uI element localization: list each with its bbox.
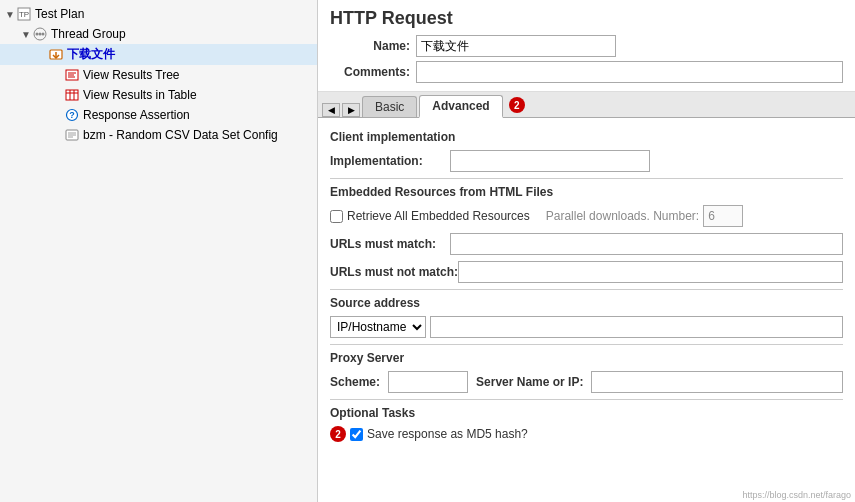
expand-arrow-threadgroup[interactable]: ▼ [20, 28, 32, 40]
save-md5-checkbox[interactable] [350, 428, 363, 441]
comments-label: Comments: [330, 65, 410, 79]
testplan-label: Test Plan [35, 7, 84, 21]
name-label: Name: [330, 39, 410, 53]
parallel-downloads-input[interactable] [703, 205, 743, 227]
urls-match-label: URLs must match: [330, 237, 450, 251]
optional-badge: 2 [330, 426, 346, 442]
watermark: https://blog.csdn.net/farago [742, 490, 851, 500]
expand-arrow-testplan[interactable]: ▼ [4, 8, 16, 20]
svg-point-3 [36, 33, 39, 36]
save-md5-row: 2 Save response as MD5 hash? [330, 426, 843, 442]
tree-item-results-tree[interactable]: ▶ View Results Tree [0, 65, 317, 85]
download-label: 下载文件 [67, 46, 115, 63]
threadgroup-label: Thread Group [51, 27, 126, 41]
source-address-input[interactable] [430, 316, 843, 338]
tree-item-results-table[interactable]: ▶ View Results in Table [0, 85, 317, 105]
svg-point-4 [39, 33, 42, 36]
implementation-label: Implementation: [330, 154, 450, 168]
divider-4 [330, 399, 843, 400]
retrieve-all-checkbox[interactable] [330, 210, 343, 223]
scroll-right-btn[interactable]: ▶ [342, 103, 360, 117]
name-row: Name: [330, 35, 843, 57]
threadgroup-icon [32, 26, 48, 42]
server-name-label: Server Name or IP: [476, 375, 583, 389]
proxy-row: Scheme: Server Name or IP: [330, 371, 843, 393]
tabs-container: ◀ ▶ Basic Advanced 2 [318, 92, 855, 118]
tree-item-bzm[interactable]: ▶ bzm - Random CSV Data Set Config [0, 125, 317, 145]
svg-point-5 [42, 33, 45, 36]
implementation-input[interactable] [450, 150, 650, 172]
results-tree-label: View Results Tree [83, 68, 180, 82]
tab-advanced[interactable]: Advanced [419, 95, 502, 118]
save-md5-label: Save response as MD5 hash? [367, 427, 528, 441]
urls-not-match-input[interactable] [458, 261, 843, 283]
svg-rect-12 [66, 90, 78, 100]
tree-item-test-plan[interactable]: ▼ TP Test Plan [0, 4, 317, 24]
assertion-label: Response Assertion [83, 108, 190, 122]
comments-row: Comments: [330, 61, 843, 83]
right-panel: HTTP Request Name: Comments: ◀ ▶ Basic A… [318, 0, 855, 502]
svg-text:?: ? [69, 110, 75, 120]
panel-header: HTTP Request Name: Comments: [318, 0, 855, 92]
urls-not-match-row: URLs must not match: [330, 261, 843, 283]
tree-item-download[interactable]: ▶ 下载文件 [0, 44, 317, 65]
tree-item-assertion[interactable]: ▶ ? Response Assertion [0, 105, 317, 125]
results-table-icon [64, 87, 80, 103]
retrieve-all-label: Retrieve All Embedded Resources [347, 209, 530, 223]
divider-3 [330, 344, 843, 345]
retrieve-all-row: Retrieve All Embedded Resources Parallel… [330, 205, 843, 227]
testplan-icon: TP [16, 6, 32, 22]
proxy-server-title: Proxy Server [330, 351, 843, 365]
optional-tasks-title: Optional Tasks [330, 406, 843, 420]
results-tree-icon [64, 67, 80, 83]
implementation-row: Implementation: [330, 150, 843, 172]
divider-2 [330, 289, 843, 290]
divider-1 [330, 178, 843, 179]
embedded-resources-title: Embedded Resources from HTML Files [330, 185, 843, 199]
scheme-input[interactable] [388, 371, 468, 393]
tab-badge: 2 [509, 97, 525, 113]
assertion-icon: ? [64, 107, 80, 123]
scheme-label: Scheme: [330, 375, 380, 389]
urls-match-row: URLs must match: [330, 233, 843, 255]
comments-input[interactable] [416, 61, 843, 83]
left-panel: ▼ TP Test Plan ▼ Thread Group ▶ [0, 0, 318, 502]
server-name-input[interactable] [591, 371, 843, 393]
scroll-left-btn[interactable]: ◀ [322, 103, 340, 117]
svg-text:TP: TP [19, 10, 29, 19]
advanced-tab-content: Client implementation Implementation: Em… [318, 118, 855, 456]
bzm-icon [64, 127, 80, 143]
parallel-downloads-label: Parallel downloads. Number: [546, 209, 699, 223]
download-icon [48, 47, 64, 63]
urls-not-match-label: URLs must not match: [330, 265, 458, 279]
source-address-select[interactable]: IP/Hostname Device Device IPv4 Device IP… [330, 316, 426, 338]
tree-item-thread-group[interactable]: ▼ Thread Group [0, 24, 317, 44]
client-impl-title: Client implementation [330, 130, 843, 144]
results-table-label: View Results in Table [83, 88, 197, 102]
source-address-row: IP/Hostname Device Device IPv4 Device IP… [330, 316, 843, 338]
panel-title: HTTP Request [330, 8, 843, 29]
bzm-label: bzm - Random CSV Data Set Config [83, 128, 278, 142]
source-address-title: Source address [330, 296, 843, 310]
urls-match-input[interactable] [450, 233, 843, 255]
name-input[interactable] [416, 35, 616, 57]
tab-basic[interactable]: Basic [362, 96, 417, 117]
